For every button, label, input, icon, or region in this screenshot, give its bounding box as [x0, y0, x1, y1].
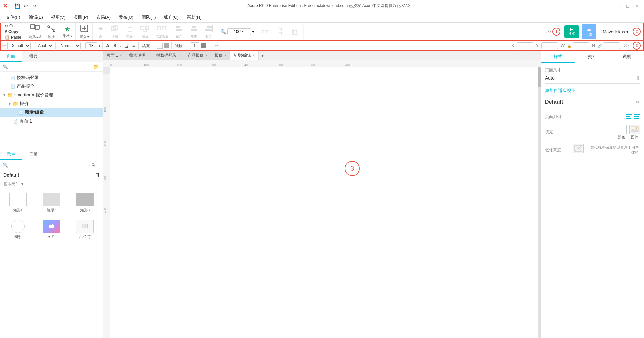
menu-layout[interactable]: 布局(A) [93, 13, 114, 22]
zoom-dropdown-icon[interactable]: ▾ [252, 30, 254, 34]
comp-item-rect3[interactable]: 矩形3 [69, 191, 100, 215]
undo-icon[interactable]: ↩ [23, 3, 29, 9]
page-item-xinjian[interactable]: 📄 新增/编辑 [0, 108, 103, 117]
vertical-scrollbar[interactable] [538, 67, 541, 338]
line-color-box[interactable] [201, 43, 206, 48]
page-item-page1[interactable]: 📄 页面 1 [0, 117, 103, 126]
canvas-tab-page1-close[interactable]: ✕ [119, 54, 122, 57]
add-page-btn[interactable]: + [85, 63, 91, 70]
menu-view[interactable]: 视图(V) [48, 13, 69, 22]
uppercase-icon[interactable]: A [105, 42, 111, 49]
canvas-tab-need[interactable]: 需求说明 ✕ [126, 51, 153, 60]
badge-2[interactable]: 2 [633, 28, 641, 36]
adaptive-view-link[interactable]: 添加自适应视图 [545, 88, 640, 94]
canvas-tab-auth-close[interactable]: ✕ [178, 54, 180, 57]
line-style-2-icon[interactable]: ╌ [214, 43, 219, 49]
y-input[interactable] [541, 42, 558, 49]
underline-icon[interactable]: U [124, 43, 130, 49]
tab-pages[interactable]: 页面 [0, 51, 22, 62]
fill-color-box[interactable] [157, 43, 163, 49]
comp-item-placeholder[interactable]: ✉ 占位符 [69, 218, 100, 241]
pages-search-input[interactable] [9, 63, 84, 70]
page-item-bjfolder[interactable]: ▼ 📁 报价 [0, 99, 103, 108]
badge-1[interactable]: 1 [552, 28, 560, 36]
font-size-input[interactable] [85, 42, 97, 49]
canvas-tab-page1[interactable]: 页面 1 ✕ [103, 51, 126, 60]
bold-icon[interactable]: B [112, 43, 118, 49]
line-style-1-icon[interactable]: ─ [207, 43, 213, 49]
minimize-btn[interactable]: ─ [618, 3, 621, 9]
tab-overview[interactable]: 概要 [22, 51, 44, 62]
redo-icon[interactable]: ↪ [32, 3, 38, 9]
fill-color-option[interactable]: 颜色 [616, 125, 627, 140]
scrollbar-thumb[interactable] [538, 67, 541, 87]
canvas-tabs-more[interactable]: ▾ [259, 52, 266, 60]
cut-button[interactable]: ✂ Cut [3, 23, 23, 29]
tab-components[interactable]: 元件 [0, 149, 22, 160]
preview-button[interactable]: ▶ 预览 [564, 25, 579, 38]
h-input[interactable] [603, 42, 620, 49]
menu-edit[interactable]: 编辑(E) [25, 13, 46, 22]
line-width-input[interactable] [190, 42, 199, 49]
copy-button[interactable]: ⎘ Copy [3, 29, 23, 34]
comp-add-btn[interactable]: + [88, 162, 90, 168]
menu-project[interactable]: 项目(P) [70, 13, 91, 22]
menu-team[interactable]: 团队(T) [138, 13, 159, 22]
fill-image-option[interactable]: 图片 [629, 125, 640, 140]
comp-search-input[interactable] [9, 162, 86, 168]
w-input[interactable] [573, 42, 589, 49]
x-input[interactable] [517, 42, 533, 49]
user-area[interactable]: Maverickps ▾ [600, 29, 631, 34]
maximize-btn[interactable]: □ [627, 3, 629, 9]
more-format-icon[interactable]: >> [621, 43, 631, 48]
low-fi-box[interactable] [573, 144, 584, 153]
canvas-tab-new-close[interactable]: ✕ [252, 54, 255, 57]
italic-icon[interactable]: I [119, 43, 123, 49]
list-icon[interactable]: ≡ [131, 43, 136, 49]
canvas-tab-quote[interactable]: 报价 ✕ [211, 51, 230, 60]
comp-item-circle[interactable]: 圆形 [3, 218, 34, 241]
canvas-tab-need-close[interactable]: ✕ [147, 54, 149, 57]
font-style-select[interactable]: Normal [58, 42, 81, 49]
fill-color-box2[interactable] [164, 43, 169, 48]
tab-interact[interactable]: 交互 [575, 51, 609, 63]
canvas-tab-quote-close[interactable]: ✕ [224, 54, 227, 57]
more-icon[interactable]: >> [546, 29, 551, 34]
comp-item-rect2[interactable]: 矩形2 [36, 191, 67, 215]
insert-button[interactable]: 插入 ▾ [78, 23, 91, 40]
badge-format-2[interactable]: 2 [633, 42, 641, 50]
comp-item-rect1[interactable]: 矩形1 [3, 191, 34, 215]
align-center-icon[interactable] [633, 113, 640, 120]
page-size-dropdown-icon[interactable]: ⇅ [636, 75, 640, 81]
prop-edit-icon[interactable]: ✏ [636, 99, 640, 105]
menu-publish[interactable]: 发布(U) [115, 13, 137, 22]
comp-more-btn[interactable]: ⋮ [96, 162, 100, 168]
canvas-tab-product[interactable]: 产品报价 ✕ [184, 51, 211, 60]
canvas-tab-auth[interactable]: 授权码登录 ✕ [153, 51, 184, 60]
tab-notes[interactable]: 说明 [610, 51, 644, 63]
font-family-select[interactable]: Arial [35, 42, 53, 49]
save-icon[interactable]: 💾 [14, 3, 20, 9]
menu-file[interactable]: 文件(F) [3, 13, 24, 22]
connect-button[interactable]: 连接 [45, 23, 57, 40]
share-button[interactable]: ☁ 共享 [582, 24, 596, 39]
close-btn[interactable]: ✕ [635, 3, 639, 9]
menu-help[interactable]: 帮助(H) [183, 13, 205, 22]
shape-button[interactable]: ★ 形状 ▾ [61, 24, 74, 39]
comp-copy-btn[interactable]: ⎘ [92, 162, 94, 168]
menu-account[interactable]: 账户(C) [161, 13, 182, 22]
tab-style[interactable]: 样式 [541, 51, 575, 63]
comp-item-image[interactable]: 🏔 图片 [36, 218, 67, 241]
tab-masters[interactable]: 母版 [22, 149, 44, 160]
page-item-denglu[interactable]: 📄 授权码登录 [0, 73, 103, 82]
zoom-input[interactable] [227, 28, 251, 35]
font-size-dropdown[interactable]: ▾ [99, 44, 100, 48]
comp-section-header[interactable]: 基本元件 ▼ [0, 180, 103, 188]
page-style-select[interactable]: Default [7, 42, 31, 49]
page-item-smartform[interactable]: ▼ 📁 smartform-报价管理 [0, 91, 103, 99]
library-sort-icon[interactable]: ⇅ [96, 172, 100, 178]
add-folder-btn[interactable]: 📁 [92, 63, 100, 70]
canvas-content[interactable]: 3 [110, 67, 538, 338]
canvas-tab-product-close[interactable]: ✕ [205, 54, 208, 57]
canvas-tab-new[interactable]: 新增/编辑 ✕ [230, 51, 259, 60]
